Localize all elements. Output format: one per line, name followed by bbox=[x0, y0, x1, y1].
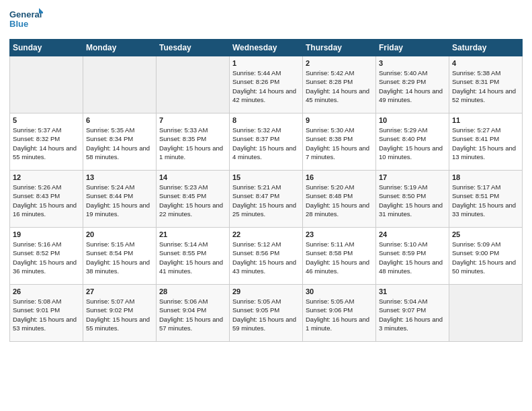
day-number: 17 bbox=[379, 173, 446, 181]
calendar-cell: 29 Sunrise: 5:05 AMSunset: 9:05 PMDaylig… bbox=[230, 285, 303, 342]
day-info: Sunrise: 5:16 AMSunset: 8:52 PMDaylight:… bbox=[13, 240, 80, 275]
day-info: Sunrise: 5:20 AMSunset: 8:48 PMDaylight:… bbox=[306, 183, 373, 218]
calendar-cell: 9 Sunrise: 5:30 AMSunset: 8:38 PMDayligh… bbox=[303, 113, 376, 171]
day-info: Sunrise: 5:29 AMSunset: 8:40 PMDaylight:… bbox=[379, 126, 446, 161]
calendar-cell: 12 Sunrise: 5:26 AMSunset: 8:43 PMDaylig… bbox=[10, 171, 83, 228]
day-info: Sunrise: 5:07 AMSunset: 9:02 PMDaylight:… bbox=[86, 297, 153, 332]
day-info: Sunrise: 5:06 AMSunset: 9:04 PMDaylight:… bbox=[159, 297, 226, 332]
day-number: 1 bbox=[232, 59, 300, 67]
calendar-cell: 1 Sunrise: 5:44 AMSunset: 8:26 PMDayligh… bbox=[230, 56, 303, 113]
day-info: Sunrise: 5:05 AMSunset: 9:06 PMDaylight:… bbox=[306, 297, 373, 332]
day-number: 9 bbox=[306, 116, 373, 124]
day-info: Sunrise: 5:42 AMSunset: 8:28 PMDaylight:… bbox=[306, 68, 373, 104]
day-number: 14 bbox=[159, 173, 226, 181]
day-info: Sunrise: 5:23 AMSunset: 8:45 PMDaylight:… bbox=[159, 183, 226, 218]
day-info: Sunrise: 5:24 AMSunset: 8:44 PMDaylight:… bbox=[86, 183, 153, 218]
day-info: Sunrise: 5:11 AMSunset: 8:58 PMDaylight:… bbox=[306, 240, 373, 275]
calendar-cell: 21 Sunrise: 5:14 AMSunset: 8:55 PMDaylig… bbox=[157, 228, 230, 285]
calendar-cell: 17 Sunrise: 5:19 AMSunset: 8:50 PMDaylig… bbox=[376, 171, 449, 228]
day-number: 28 bbox=[159, 287, 226, 295]
calendar-cell: 8 Sunrise: 5:32 AMSunset: 8:37 PMDayligh… bbox=[230, 113, 303, 171]
weekday-header-saturday: Saturday bbox=[449, 40, 523, 56]
day-info: Sunrise: 5:17 AMSunset: 8:51 PMDaylight:… bbox=[452, 183, 519, 218]
day-number: 2 bbox=[306, 59, 373, 67]
week-row-2: 5 Sunrise: 5:37 AMSunset: 8:32 PMDayligh… bbox=[10, 113, 523, 171]
day-info: Sunrise: 5:38 AMSunset: 8:31 PMDaylight:… bbox=[452, 68, 519, 104]
calendar-cell: 28 Sunrise: 5:06 AMSunset: 9:04 PMDaylig… bbox=[157, 285, 230, 342]
calendar-cell: 20 Sunrise: 5:15 AMSunset: 8:54 PMDaylig… bbox=[83, 228, 157, 285]
day-info: Sunrise: 5:33 AMSunset: 8:35 PMDaylight:… bbox=[159, 126, 226, 161]
week-row-4: 19 Sunrise: 5:16 AMSunset: 8:52 PMDaylig… bbox=[10, 228, 523, 285]
calendar-cell: 18 Sunrise: 5:17 AMSunset: 8:51 PMDaylig… bbox=[449, 171, 523, 228]
day-number: 18 bbox=[452, 173, 519, 181]
calendar-cell bbox=[83, 56, 157, 113]
day-info: Sunrise: 5:15 AMSunset: 8:54 PMDaylight:… bbox=[86, 240, 153, 275]
day-info: Sunrise: 5:30 AMSunset: 8:38 PMDaylight:… bbox=[306, 126, 373, 161]
day-number: 31 bbox=[379, 287, 446, 295]
calendar-cell: 5 Sunrise: 5:37 AMSunset: 8:32 PMDayligh… bbox=[10, 113, 83, 171]
calendar-cell: 19 Sunrise: 5:16 AMSunset: 8:52 PMDaylig… bbox=[10, 228, 83, 285]
day-info: Sunrise: 5:04 AMSunset: 9:07 PMDaylight:… bbox=[379, 297, 446, 332]
day-number: 4 bbox=[452, 59, 519, 67]
calendar-cell: 27 Sunrise: 5:07 AMSunset: 9:02 PMDaylig… bbox=[83, 285, 157, 342]
day-info: Sunrise: 5:35 AMSunset: 8:34 PMDaylight:… bbox=[86, 126, 153, 161]
weekday-header-friday: Friday bbox=[376, 40, 449, 56]
day-number: 6 bbox=[86, 116, 153, 124]
weekday-header-tuesday: Tuesday bbox=[157, 40, 230, 56]
week-row-1: 1 Sunrise: 5:44 AMSunset: 8:26 PMDayligh… bbox=[10, 56, 523, 113]
day-info: Sunrise: 5:40 AMSunset: 8:29 PMDaylight:… bbox=[379, 68, 446, 104]
day-number: 12 bbox=[13, 173, 80, 181]
day-number: 7 bbox=[159, 116, 226, 124]
page: General Blue SundayMondayTuesdayWednesda… bbox=[0, 0, 532, 349]
calendar-cell: 7 Sunrise: 5:33 AMSunset: 8:35 PMDayligh… bbox=[157, 113, 230, 171]
day-info: Sunrise: 5:12 AMSunset: 8:56 PMDaylight:… bbox=[232, 240, 300, 275]
logo: General Blue bbox=[9, 7, 43, 34]
calendar-cell: 16 Sunrise: 5:20 AMSunset: 8:48 PMDaylig… bbox=[303, 171, 376, 228]
calendar-cell: 26 Sunrise: 5:08 AMSunset: 9:01 PMDaylig… bbox=[10, 285, 83, 342]
logo-icon: General Blue bbox=[9, 7, 43, 34]
calendar-cell bbox=[449, 285, 523, 342]
day-info: Sunrise: 5:32 AMSunset: 8:37 PMDaylight:… bbox=[232, 126, 300, 161]
calendar-cell: 3 Sunrise: 5:40 AMSunset: 8:29 PMDayligh… bbox=[376, 56, 449, 113]
day-number: 16 bbox=[306, 173, 373, 181]
day-number: 20 bbox=[86, 230, 153, 238]
calendar-cell: 2 Sunrise: 5:42 AMSunset: 8:28 PMDayligh… bbox=[303, 56, 376, 113]
calendar-cell: 22 Sunrise: 5:12 AMSunset: 8:56 PMDaylig… bbox=[230, 228, 303, 285]
day-number: 25 bbox=[452, 230, 519, 238]
day-number: 30 bbox=[306, 287, 373, 295]
day-number: 13 bbox=[86, 173, 153, 181]
week-row-5: 26 Sunrise: 5:08 AMSunset: 9:01 PMDaylig… bbox=[10, 285, 523, 342]
day-info: Sunrise: 5:19 AMSunset: 8:50 PMDaylight:… bbox=[379, 183, 446, 218]
day-number: 10 bbox=[379, 116, 446, 124]
day-number: 3 bbox=[379, 59, 446, 67]
day-number: 27 bbox=[86, 287, 153, 295]
day-number: 24 bbox=[379, 230, 446, 238]
weekday-header-sunday: Sunday bbox=[10, 40, 83, 56]
calendar-cell: 6 Sunrise: 5:35 AMSunset: 8:34 PMDayligh… bbox=[83, 113, 157, 171]
day-info: Sunrise: 5:08 AMSunset: 9:01 PMDaylight:… bbox=[13, 297, 80, 332]
calendar-cell: 14 Sunrise: 5:23 AMSunset: 8:45 PMDaylig… bbox=[157, 171, 230, 228]
day-info: Sunrise: 5:27 AMSunset: 8:41 PMDaylight:… bbox=[452, 126, 519, 161]
day-number: 11 bbox=[452, 116, 519, 124]
header: General Blue bbox=[9, 7, 523, 34]
day-number: 29 bbox=[232, 287, 300, 295]
svg-text:Blue: Blue bbox=[9, 19, 28, 29]
day-number: 8 bbox=[232, 116, 300, 124]
day-number: 21 bbox=[159, 230, 226, 238]
calendar-cell: 13 Sunrise: 5:24 AMSunset: 8:44 PMDaylig… bbox=[83, 171, 157, 228]
calendar-cell: 31 Sunrise: 5:04 AMSunset: 9:07 PMDaylig… bbox=[376, 285, 449, 342]
calendar-cell: 23 Sunrise: 5:11 AMSunset: 8:58 PMDaylig… bbox=[303, 228, 376, 285]
calendar-table: SundayMondayTuesdayWednesdayThursdayFrid… bbox=[9, 39, 523, 342]
weekday-header-row: SundayMondayTuesdayWednesdayThursdayFrid… bbox=[10, 40, 523, 56]
calendar-cell: 24 Sunrise: 5:10 AMSunset: 8:59 PMDaylig… bbox=[376, 228, 449, 285]
calendar-cell: 10 Sunrise: 5:29 AMSunset: 8:40 PMDaylig… bbox=[376, 113, 449, 171]
calendar-cell: 25 Sunrise: 5:09 AMSunset: 9:00 PMDaylig… bbox=[449, 228, 523, 285]
calendar-cell: 30 Sunrise: 5:05 AMSunset: 9:06 PMDaylig… bbox=[303, 285, 376, 342]
day-number: 26 bbox=[13, 287, 80, 295]
day-number: 22 bbox=[232, 230, 300, 238]
svg-text:General: General bbox=[9, 9, 42, 19]
calendar-cell: 11 Sunrise: 5:27 AMSunset: 8:41 PMDaylig… bbox=[449, 113, 523, 171]
day-info: Sunrise: 5:44 AMSunset: 8:26 PMDaylight:… bbox=[232, 68, 300, 104]
day-info: Sunrise: 5:09 AMSunset: 9:00 PMDaylight:… bbox=[452, 240, 519, 275]
day-number: 23 bbox=[306, 230, 373, 238]
